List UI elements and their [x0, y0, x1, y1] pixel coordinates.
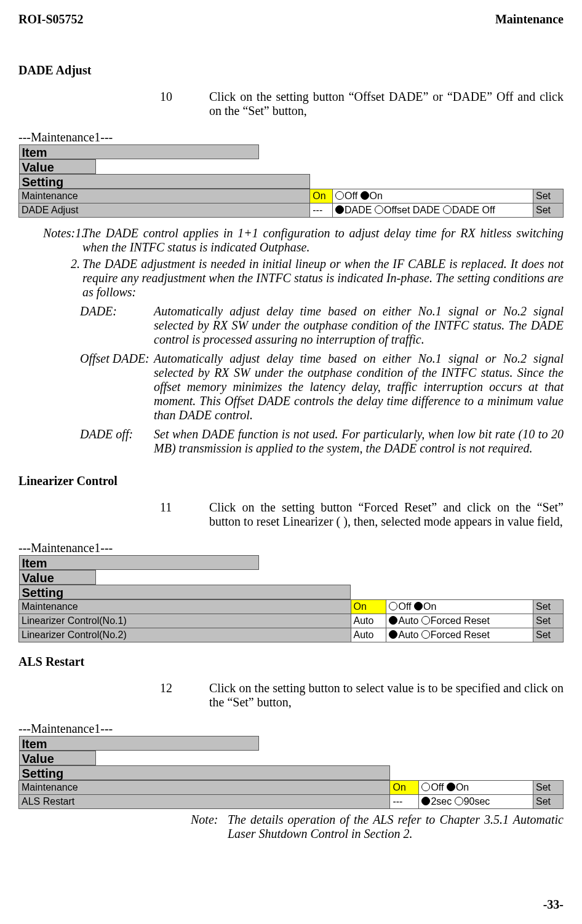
- radio-auto-icon[interactable]: [389, 630, 397, 639]
- col-header-value: Value: [19, 570, 96, 585]
- page-header: ROI-S05752 Maintenance: [18, 12, 564, 26]
- notes-text-1: The DADE control applies in 1+1 configur…: [82, 226, 564, 255]
- table-title-dade: ---Maintenance1---: [18, 130, 564, 144]
- notes-block-dade: Notes:1. The DADE control applies in 1+1…: [18, 226, 564, 456]
- radio-on-icon[interactable]: [361, 191, 369, 200]
- table-linearizer: Item Value Setting Maintenance On Off On…: [18, 555, 564, 642]
- section-title-linearizer: Linearizer Control: [18, 474, 564, 488]
- table-row: Linearizer Control(No.2) Auto Auto Force…: [19, 628, 564, 642]
- def-label-dade: DADE:: [80, 304, 154, 347]
- table-row: Maintenance On Off On Set: [19, 600, 564, 614]
- cell-value: On: [310, 189, 333, 203]
- col-header-setting: Setting: [19, 765, 390, 780]
- radio-off-label: Off: [345, 191, 361, 201]
- cell-item: ALS Restart: [19, 795, 390, 809]
- als-note-text: The details operation of the ALS refer t…: [228, 813, 564, 841]
- set-button[interactable]: Set: [533, 795, 564, 809]
- radio-label: Forced Reset: [431, 615, 490, 626]
- header-right: Maintenance: [495, 12, 564, 26]
- set-button[interactable]: Set: [533, 203, 564, 218]
- col-header-setting: Setting: [19, 585, 351, 599]
- als-note: Note: The details operation of the ALS r…: [191, 813, 564, 841]
- cell-value: ---: [390, 795, 419, 809]
- col-header-value: Value: [19, 751, 96, 765]
- def-text-dade: Automatically adjust delay time based on…: [154, 304, 564, 347]
- table-row: Maintenance On Off On Set: [19, 189, 564, 203]
- step-12: 12 Click on the setting button to select…: [160, 681, 564, 709]
- table-dade: Item Value Setting Maintenance On Off On…: [18, 144, 564, 218]
- col-header-value: Value: [19, 159, 96, 174]
- def-text-offset-dade: Automatically adjust delay time based on…: [154, 352, 564, 422]
- set-button[interactable]: Set: [533, 614, 564, 628]
- cell-item: Maintenance: [19, 189, 310, 203]
- table-row: ALS Restart --- 2sec 90sec Set: [19, 795, 564, 809]
- radio-on-label: On: [370, 191, 383, 201]
- radio-label: 90sec: [464, 796, 490, 807]
- radio-on-icon[interactable]: [447, 783, 455, 791]
- radio-label: Offset DADE: [384, 205, 443, 215]
- cell-item: Maintenance: [19, 600, 351, 614]
- radio-2sec-icon[interactable]: [421, 797, 430, 805]
- table-row: Linearizer Control(No.1) Auto Auto Force…: [19, 614, 564, 628]
- cell-setting[interactable]: Off On: [333, 189, 533, 203]
- table-row: Maintenance On Off On Set: [19, 781, 564, 795]
- radio-label: 2sec: [431, 796, 454, 807]
- col-header-item: Item: [19, 555, 259, 570]
- table-row: Item Value Setting: [19, 555, 564, 600]
- col-header-setting: Setting: [19, 174, 310, 189]
- cell-value: ---: [310, 203, 333, 218]
- step-11-number: 11: [160, 500, 209, 529]
- table-title-als: ---Maintenance1---: [18, 722, 564, 736]
- notes-label-2: 2.: [43, 257, 82, 299]
- radio-dade-off-icon[interactable]: [443, 205, 452, 214]
- set-button[interactable]: Set: [533, 781, 564, 795]
- radio-offset-dade-icon[interactable]: [375, 205, 383, 214]
- radio-forced-reset-icon[interactable]: [421, 630, 430, 639]
- table-row: Item Value Setting: [19, 144, 564, 189]
- radio-label: DADE: [345, 205, 375, 215]
- step-10: 10 Click on the setting button “Offset D…: [160, 90, 564, 118]
- notes-label-1: Notes:1.: [43, 226, 82, 255]
- radio-off-icon[interactable]: [335, 191, 344, 200]
- section-title-als: ALS Restart: [18, 655, 564, 669]
- cell-setting[interactable]: Auto Forced Reset: [386, 614, 533, 628]
- radio-dade-icon[interactable]: [335, 205, 344, 214]
- cell-setting[interactable]: 2sec 90sec: [419, 795, 533, 809]
- radio-off-icon[interactable]: [421, 783, 430, 791]
- step-12-number: 12: [160, 681, 209, 709]
- cell-setting[interactable]: DADE Offset DADE DADE Off: [333, 203, 533, 218]
- header-left: ROI-S05752: [18, 12, 84, 26]
- set-button[interactable]: Set: [533, 600, 564, 614]
- cell-setting[interactable]: Off On: [386, 600, 533, 614]
- radio-label: Forced Reset: [431, 630, 490, 640]
- col-header-item: Item: [19, 144, 259, 159]
- radio-off-icon[interactable]: [389, 602, 397, 610]
- radio-label: Auto: [398, 630, 421, 640]
- radio-forced-reset-icon[interactable]: [421, 616, 430, 625]
- cell-value: Auto: [351, 614, 386, 628]
- section-title-dade: DADE Adjust: [18, 63, 564, 77]
- step-10-number: 10: [160, 90, 209, 118]
- cell-item: DADE Adjust: [19, 203, 310, 218]
- set-button[interactable]: Set: [533, 628, 564, 642]
- step-11-body: Click on the setting button “Forced Rese…: [209, 500, 564, 529]
- def-text-dade-off: Set when DADE function is not used. For …: [154, 427, 564, 456]
- table-als: Item Value Setting Maintenance On Off On…: [18, 736, 564, 809]
- cell-setting[interactable]: Auto Forced Reset: [386, 628, 533, 642]
- radio-label: On: [456, 782, 469, 792]
- als-note-label: Note:: [191, 813, 228, 841]
- set-button[interactable]: Set: [533, 189, 564, 203]
- cell-item: Linearizer Control(No.1): [19, 614, 351, 628]
- radio-label: DADE Off: [452, 205, 495, 215]
- cell-item: Linearizer Control(No.2): [19, 628, 351, 642]
- radio-auto-icon[interactable]: [389, 616, 397, 625]
- radio-label: Auto: [398, 615, 421, 626]
- step-10-body: Click on the setting button “Offset DADE…: [209, 90, 564, 118]
- cell-setting[interactable]: Off On: [419, 781, 533, 795]
- notes-text-2: The DADE adjustment is needed in initial…: [82, 257, 564, 299]
- cell-value: On: [390, 781, 419, 795]
- radio-label: On: [423, 601, 436, 612]
- radio-on-icon[interactable]: [414, 602, 423, 610]
- radio-90sec-icon[interactable]: [455, 797, 463, 805]
- cell-value: On: [351, 600, 386, 614]
